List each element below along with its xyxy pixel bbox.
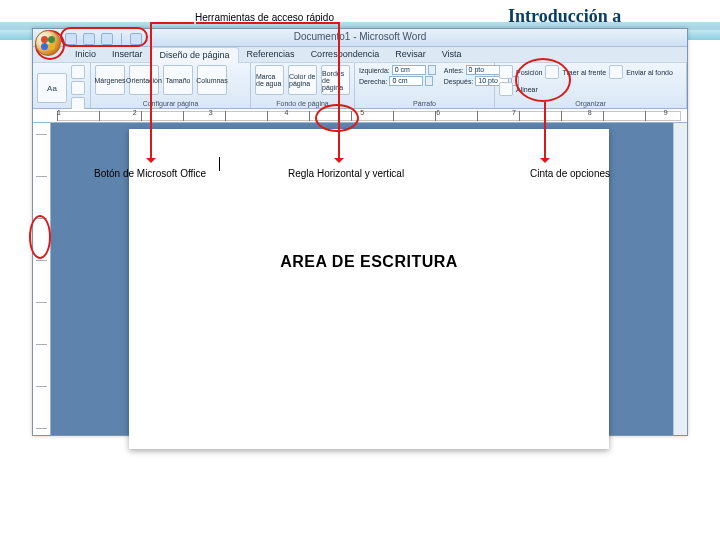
callout-circle-ruler-v [29, 215, 51, 259]
alinear-button[interactable] [499, 82, 513, 96]
tab-revisar[interactable]: Revisar [387, 47, 434, 63]
tab-inicio[interactable]: Inicio [67, 47, 104, 63]
spinner-icon[interactable] [428, 65, 436, 75]
tamano-button[interactable]: Tamaño [163, 65, 193, 95]
marca-agua-button[interactable]: Marca de agua [255, 65, 284, 95]
arrow-ruler [338, 22, 340, 162]
ruler-vertical[interactable] [33, 123, 51, 435]
tab-correspondencia[interactable]: Correspondencia [303, 47, 388, 63]
spinner-icon[interactable] [425, 76, 433, 86]
orientacion-button[interactable]: Orientación [129, 65, 159, 95]
arrow-qat [150, 22, 194, 24]
document-title: Documento1 - Microsoft Word [294, 31, 427, 42]
columnas-button[interactable]: Columnas [197, 65, 227, 95]
temas-button[interactable]: Aa [37, 73, 67, 103]
scrollbar-vertical[interactable] [673, 123, 687, 435]
arrow-qat-to-ruler [196, 22, 338, 24]
colores-icon[interactable] [71, 65, 85, 79]
bordes-button[interactable]: Bordes de página [321, 65, 350, 95]
group-label-organizar: Organizar [499, 100, 682, 107]
area-de-escritura-label: AREA DE ESCRITURA [280, 253, 458, 271]
callout-circle-ruler-h [315, 104, 359, 132]
ribbon-tabs: Inicio Insertar Diseño de página Referen… [33, 47, 687, 63]
tab-insertar[interactable]: Insertar [104, 47, 151, 63]
caption-rulers: Regla Horizontal y vertical [288, 168, 404, 179]
group-configurar-pagina: Márgenes Orientación Tamaño Columnas Con… [91, 63, 251, 108]
sangria-izq: Izquierda:0 cm [359, 65, 436, 75]
sangria-der: Derecha:0 cm [359, 76, 436, 86]
ruler-horizontal-numbers: 1 2 3 4 5 6 7 8 9 10 11 12 13 14 15 [57, 109, 720, 116]
ruler-horizontal[interactable]: 1 2 3 4 5 6 7 8 9 10 11 12 13 14 15 [33, 109, 687, 123]
tab-referencias[interactable]: Referencias [239, 47, 303, 63]
color-pagina-button[interactable]: Color de página [288, 65, 317, 95]
callout-circle-ribbon [515, 58, 571, 102]
caption-office-button: Botón de Microsoft Office [94, 168, 206, 179]
fuentes-icon[interactable] [71, 81, 85, 95]
arrow-ribbon [544, 102, 546, 162]
group-parrafo: Izquierda:0 cm Derecha:0 cm Antes:0 pto … [355, 63, 495, 108]
ribbon: Aa Temas Márgenes Orientación Tamaño Col… [33, 63, 687, 109]
sangria-izq-field[interactable]: 0 cm [392, 65, 426, 75]
group-label-parrafo: Párrafo [359, 100, 490, 107]
margenes-button[interactable]: Márgenes [95, 65, 125, 95]
group-temas: Aa Temas [33, 63, 91, 108]
sangria-der-field[interactable]: 0 cm [389, 76, 423, 86]
callout-circle-qat [60, 27, 148, 47]
posicion-button[interactable] [499, 65, 513, 79]
tab-vista[interactable]: Vista [434, 47, 470, 63]
slide-root: Introducción a Microsoft Word. Herramien… [0, 0, 720, 540]
enviar-al-fondo-button[interactable] [609, 65, 623, 79]
group-label-config: Configurar página [95, 100, 246, 107]
caption-ribbon: Cinta de opciones [530, 168, 610, 179]
arrow-office [150, 22, 152, 162]
word-window: Documento1 - Microsoft Word Inicio Inser… [32, 28, 688, 436]
office-button[interactable] [35, 30, 61, 56]
text-cursor [219, 157, 220, 171]
tab-diseno-pagina[interactable]: Diseño de página [151, 47, 239, 63]
